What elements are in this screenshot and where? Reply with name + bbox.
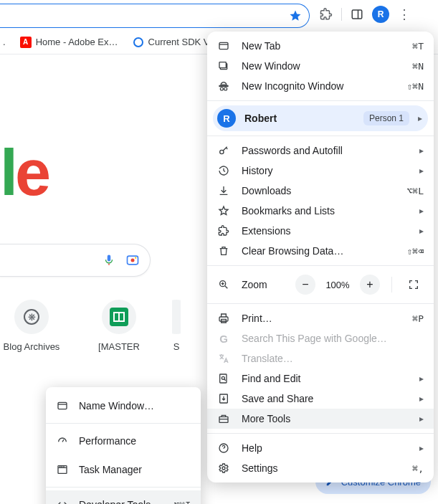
more-tools-submenu: Name Window… Performance Task Manager De…	[46, 387, 201, 504]
menu-history[interactable]: History ▸	[207, 161, 434, 181]
shortcut-tile[interactable]: Blog Archives	[0, 300, 66, 352]
bookmark-star-icon[interactable]	[289, 9, 302, 22]
svg-rect-4	[219, 42, 228, 49]
menu-zoom: Zoom − 100% +	[207, 270, 434, 299]
save-icon	[217, 392, 230, 405]
key-icon	[217, 144, 230, 157]
print-icon	[217, 312, 230, 325]
gear-icon	[217, 462, 230, 475]
window-icon	[56, 399, 69, 412]
submenu-label: Performance	[79, 435, 191, 447]
menu-label: Search This Page with Google…	[242, 333, 424, 344]
bookmark-item[interactable]: A Home - Adobe Ex…	[16, 34, 123, 51]
search-box[interactable]	[0, 244, 151, 277]
lens-icon[interactable]	[125, 253, 140, 267]
menu-label: Passwords and Autofill	[242, 145, 408, 156]
menu-new-window[interactable]: New Window ⌘N	[207, 56, 434, 76]
menu-settings[interactable]: Settings ⌘,	[207, 458, 434, 478]
trash-icon	[217, 244, 230, 257]
svg-point-3	[135, 257, 136, 259]
zoom-out-button[interactable]: −	[295, 275, 315, 295]
address-bar[interactable]	[0, 4, 310, 28]
adobe-icon: A	[20, 37, 32, 48]
bookmark-label: Home - Adobe Ex…	[36, 37, 118, 47]
shortcut-tile[interactable]: [MASTER	[85, 300, 153, 352]
menu-clear-data[interactable]: Clear Browsing Data… ⇧⌘⌫	[207, 241, 434, 261]
extensions-icon[interactable]	[320, 8, 333, 21]
extensions-icon	[217, 224, 230, 237]
menu-find[interactable]: Find and Edit ▸	[207, 369, 434, 389]
menu-search-page: G Search This Page with Google…	[207, 328, 434, 348]
profile-avatar[interactable]: R	[372, 6, 389, 23]
menu-label: More Tools	[242, 413, 408, 424]
bookmark-label: Current SDK V	[148, 37, 210, 47]
ntp-shortcuts: on… Blog Archives [MASTER S	[0, 300, 181, 352]
submenu-shortcut: ⌥⌘I	[174, 500, 191, 505]
menu-shortcut: ⇧⌘N	[407, 81, 424, 92]
menu-help[interactable]: Help ▸	[207, 438, 434, 458]
chevron-right-icon: ▸	[419, 226, 424, 236]
bookmark-item[interactable]: Current SDK V	[128, 34, 214, 51]
zoom-value: 100%	[323, 280, 353, 290]
menu-shortcut: ⇧⌘⌫	[407, 246, 424, 257]
menu-save-share[interactable]: Save and Share ▸	[207, 389, 434, 409]
menu-label: Zoom	[242, 279, 284, 290]
chevron-right-icon: ▸	[419, 146, 424, 156]
svg-point-14	[222, 467, 225, 470]
submenu-name-window[interactable]: Name Window…	[46, 391, 201, 420]
mic-icon[interactable]	[103, 254, 115, 267]
menu-extensions[interactable]: Extensions ▸	[207, 221, 434, 241]
submenu-task-manager[interactable]: Task Manager	[46, 455, 201, 484]
bookmark-item[interactable]: .	[0, 34, 10, 50]
menu-translate: Translate…	[207, 348, 434, 369]
gauge-icon	[56, 434, 69, 447]
fullscreen-button[interactable]	[404, 275, 424, 295]
menu-print[interactable]: Print… ⌘P	[207, 308, 434, 328]
menu-passwords[interactable]: Passwords and Autofill ▸	[207, 141, 434, 161]
submenu-divider	[46, 487, 201, 488]
sidepanel-icon[interactable]	[351, 8, 363, 21]
shortcut-tile[interactable]: S	[172, 300, 181, 352]
menu-bookmarks[interactable]: Bookmarks and Lists ▸	[207, 201, 434, 221]
devtools-icon	[56, 498, 69, 504]
star-icon	[217, 204, 230, 217]
menu-label: Print…	[242, 313, 401, 324]
kebab-menu-icon[interactable]: ⋮	[398, 6, 411, 22]
google-logo-fragment: l e	[0, 136, 48, 210]
chrome-menu: New Tab ⌘T New Window ⌘N New Incognito W…	[207, 32, 434, 482]
menu-incognito[interactable]: New Incognito Window ⇧⌘N	[207, 76, 434, 96]
menu-label: New Incognito Window	[242, 80, 396, 92]
history-icon	[217, 164, 230, 177]
menu-label: History	[242, 165, 408, 176]
help-icon	[217, 442, 230, 455]
svg-rect-0	[352, 10, 362, 19]
logo-letter-e: e	[15, 136, 48, 210]
shortcut-label: Blog Archives	[4, 341, 60, 352]
menu-downloads[interactable]: Downloads ⌥⌘L	[207, 181, 434, 201]
menu-shortcut: ⌘N	[412, 61, 424, 72]
menu-divider	[207, 135, 434, 136]
chevron-right-icon: ▸	[419, 394, 424, 404]
chevron-right-icon: ▸	[419, 166, 424, 176]
menu-profile[interactable]: R Robert Person 1 ▸	[213, 105, 428, 131]
incognito-icon	[217, 80, 230, 92]
menu-shortcut: ⌥⌘L	[407, 186, 424, 196]
zoom-in-button[interactable]: +	[360, 275, 380, 295]
submenu-developer-tools[interactable]: Developer Tools ⌥⌘I	[46, 490, 201, 504]
toolbar-separator	[341, 8, 342, 21]
sheets-icon	[110, 308, 128, 326]
profile-avatar-icon: R	[217, 109, 236, 128]
menu-label: New Tab	[242, 40, 401, 52]
menu-divider	[207, 433, 434, 434]
menu-label: Clear Browsing Data…	[242, 245, 396, 257]
new-window-icon	[217, 60, 230, 72]
submenu-label: Task Manager	[79, 464, 191, 475]
shortcut-icon	[14, 300, 49, 334]
chevron-right-icon: ▸	[419, 206, 424, 216]
menu-more-tools[interactable]: More Tools ▸	[207, 409, 434, 429]
menu-label: Extensions	[242, 225, 408, 237]
profile-badge: Person 1	[363, 111, 409, 125]
download-icon	[217, 184, 230, 197]
submenu-performance[interactable]: Performance	[46, 427, 201, 455]
menu-new-tab[interactable]: New Tab ⌘T	[207, 36, 434, 56]
